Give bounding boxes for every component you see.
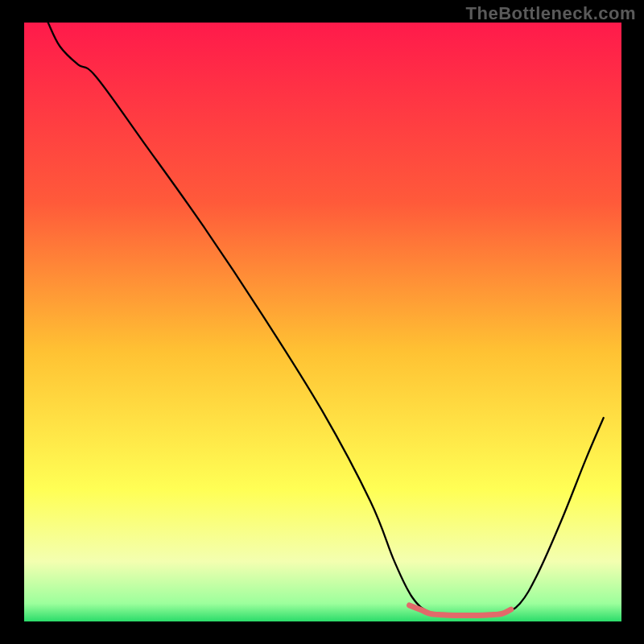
chart-frame: TheBottleneck.com (0, 0, 644, 644)
watermark-text: TheBottleneck.com (466, 3, 636, 24)
plot-background (24, 23, 621, 621)
bottleneck-chart (0, 0, 644, 644)
